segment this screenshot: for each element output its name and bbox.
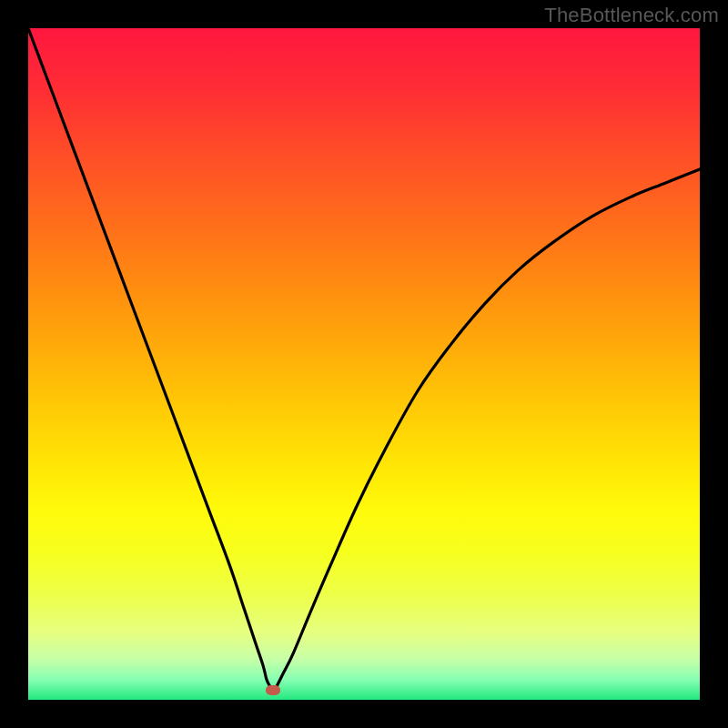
plot-area: [28, 28, 700, 700]
watermark-text: TheBottleneck.com: [544, 4, 719, 27]
chart-stage: TheBottleneck.com: [0, 0, 728, 728]
bottleneck-curve: [28, 28, 700, 700]
optimal-point-marker: [266, 685, 280, 695]
